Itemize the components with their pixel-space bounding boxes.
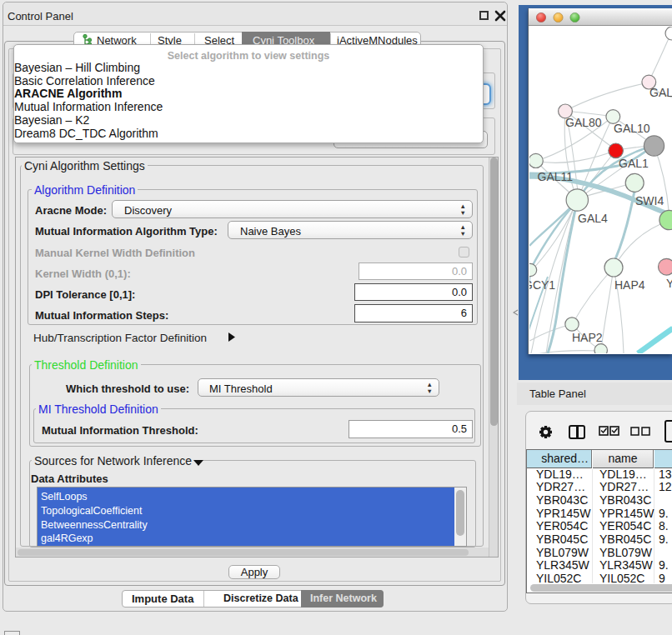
svg-text:GAL80: GAL80 <box>565 116 602 129</box>
svg-text:HAP4: HAP4 <box>614 278 645 292</box>
svg-text:GAL4: GAL4 <box>578 212 608 225</box>
svg-text:GAL1: GAL1 <box>619 157 649 170</box>
svg-text:Y: Y <box>666 277 672 290</box>
svg-text:GAL11: GAL11 <box>538 170 574 183</box>
svg-text:HAP2: HAP2 <box>572 331 603 344</box>
svg-text:SWI4: SWI4 <box>635 194 664 208</box>
svg-text:GAL7: GAL7 <box>649 86 672 99</box>
svg-text:GAL10: GAL10 <box>614 122 650 135</box>
svg-text:GCY1: GCY1 <box>529 278 555 292</box>
